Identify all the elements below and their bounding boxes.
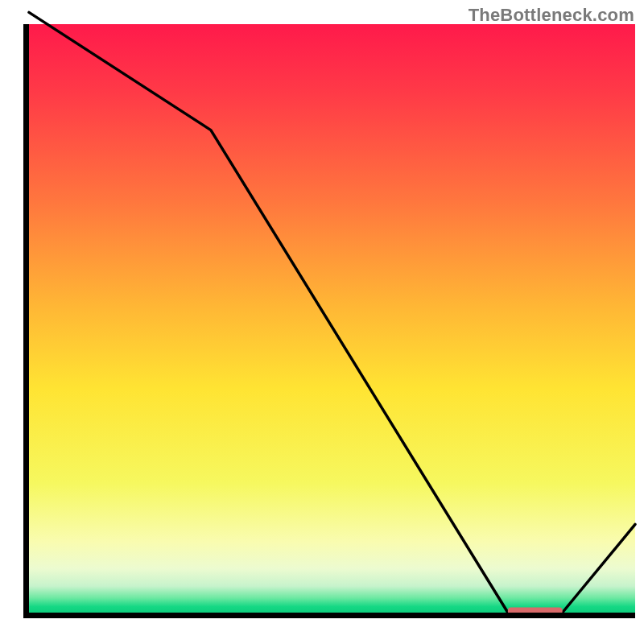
chart-container: TheBottleneck.com — [0, 0, 644, 644]
plot-background — [29, 24, 635, 613]
bottleneck-chart — [0, 0, 644, 644]
plot-area — [23, 12, 635, 618]
y-axis — [23, 24, 29, 618]
x-axis — [23, 613, 635, 618]
